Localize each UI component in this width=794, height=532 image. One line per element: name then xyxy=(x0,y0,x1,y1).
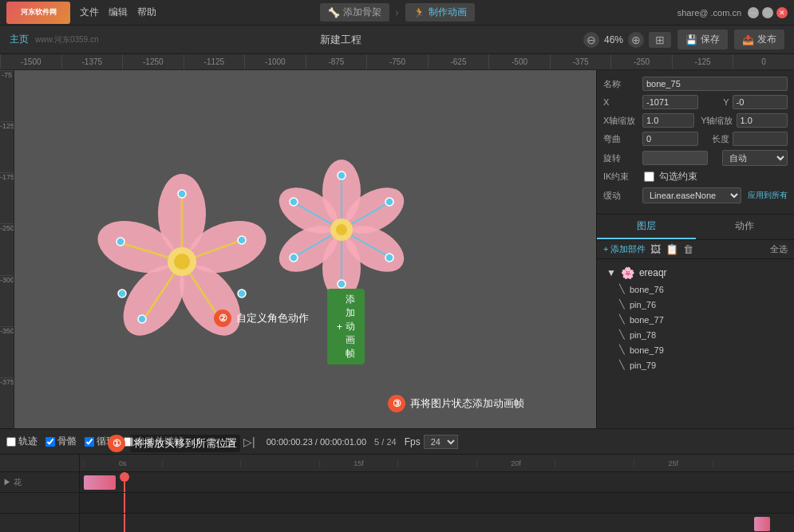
annotation-2: ② 自定义角色动作 xyxy=(214,309,309,327)
ease-row: 缓动 Linear.easeNone 应用到所有 xyxy=(603,187,788,203)
ruler-tick: -1250 xyxy=(122,54,184,70)
bone-checkbox: 骨骼 xyxy=(45,435,77,448)
canvas-area[interactable]: ② 自定义角色动作 + 添加动画帧 ③ 再将图片状态添加动画帧 xyxy=(14,70,596,428)
bend-row: 弯曲 长度 xyxy=(603,132,788,146)
bone-check-input[interactable] xyxy=(45,437,55,447)
name-input[interactable] xyxy=(642,77,788,91)
tl-mark-0s: 0s xyxy=(83,459,162,467)
layer-item-pin76[interactable]: ╲ pin_76 xyxy=(603,297,788,312)
track-check-input[interactable] xyxy=(6,437,16,447)
length-input[interactable] xyxy=(733,132,788,146)
layer-item-bone77[interactable]: ╲ bone_77 xyxy=(603,312,788,327)
y-input[interactable] xyxy=(733,95,788,109)
tl-mark xyxy=(713,459,792,467)
save-btn[interactable]: 💾 保存 xyxy=(677,30,728,49)
total-timecode: 00:00:01.00 xyxy=(320,437,366,447)
ease-select[interactable]: Linear.easeNone xyxy=(642,187,741,203)
bone-icon: ╲ xyxy=(619,345,625,355)
item-label: pin_79 xyxy=(630,361,656,370)
add-skeleton-btn[interactable]: 🦴 添加骨架 xyxy=(320,3,389,22)
layer-item-pin78[interactable]: ╲ pin_78 xyxy=(603,327,788,342)
ann2-text: 自定义角色动作 xyxy=(236,311,309,325)
loop-check-input[interactable] xyxy=(85,437,94,447)
layers-img-btn[interactable]: 🖼 xyxy=(650,243,661,255)
name-row: 名称 xyxy=(603,77,788,91)
tl-left-track2 xyxy=(0,493,79,514)
ruler-tick: -500 xyxy=(488,54,550,70)
top-ruler: -1500 -1375 -1250 -1125 -1000 -875 -750 … xyxy=(0,54,794,70)
zoom-out-btn[interactable]: ⊖ xyxy=(583,32,599,48)
playhead-2 xyxy=(124,493,125,513)
home-btn[interactable]: 主页 xyxy=(10,33,29,46)
frame-count: 5 / 24 xyxy=(374,437,397,447)
tl-mark-15f: 15f xyxy=(319,459,398,467)
tl-ruler: 0s 15f 20f 25f xyxy=(80,455,794,472)
playhead[interactable] xyxy=(124,472,125,492)
zoom-value: 46% xyxy=(604,34,623,45)
layers-delete-btn[interactable]: 🗑 xyxy=(683,243,693,255)
annotation-3: ③ 再将图片状态添加动画帧 xyxy=(388,395,524,412)
publish-icon: 📤 xyxy=(742,34,754,45)
tab-animation[interactable]: 动作 xyxy=(696,215,795,239)
timeline-right-panel[interactable]: 0s 15f 20f 25f xyxy=(80,455,794,532)
main-layout: -75 -125 -175 -250 -300 -350 -375 xyxy=(0,70,794,428)
tl-left-header xyxy=(0,455,79,472)
close-btn[interactable]: ✕ xyxy=(776,7,788,18)
layers-copy-btn[interactable]: 📋 xyxy=(666,243,678,255)
publish-btn[interactable]: 📤 发布 xyxy=(734,30,784,49)
fit-btn[interactable]: ⊞ xyxy=(649,32,671,48)
ruler-tick: 0 xyxy=(733,54,794,70)
left-tick: -350 xyxy=(0,326,14,377)
pin-icon: ╲ xyxy=(619,329,625,340)
ruler-tick: -1125 xyxy=(184,54,245,70)
ik-checkbox[interactable] xyxy=(644,171,654,182)
ann3-text: 再将图片状态添加动画帧 xyxy=(410,396,524,411)
layer-item-bone79[interactable]: ╲ bone_79 xyxy=(603,342,788,357)
bone-label: 骨骼 xyxy=(57,435,77,448)
right-tabs: 图层 动作 xyxy=(597,215,794,240)
select-all-btn[interactable]: 全选 xyxy=(770,243,788,255)
layer-item-pin79[interactable]: ╲ pin_79 xyxy=(603,357,788,372)
annotation-1: ① 将播放头移到所需位置 xyxy=(108,435,240,452)
keyframe-area: + 添加动画帧 ③ 再将图片状态添加动画帧 xyxy=(388,395,524,412)
xy-row: X Y xyxy=(603,95,788,109)
menu-edit[interactable]: 编辑 xyxy=(109,6,128,19)
layer-tree: ▼ 🌸 ereaqr ╲ bone_76 ╲ pin_76 ╲ bone_77 xyxy=(597,259,794,428)
svg-point-35 xyxy=(385,254,393,262)
properties-panel: 名称 X Y X轴缩放 Y轴缩放 弯曲 长度 xyxy=(597,70,794,215)
tl-mark xyxy=(240,459,319,467)
next-frame-btn[interactable]: ▷| xyxy=(243,435,255,448)
fps-select[interactable]: 24 30 xyxy=(424,435,458,449)
menu-help[interactable]: 帮助 xyxy=(137,6,156,19)
layer-group-header[interactable]: ▼ 🌸 ereaqr xyxy=(603,264,788,282)
apply-all-btn[interactable]: 应用到所有 xyxy=(748,190,788,201)
xscale-input[interactable] xyxy=(642,113,694,128)
layer-item-bone76[interactable]: ╲ bone_76 xyxy=(603,282,788,297)
maximize-btn[interactable]: □ xyxy=(762,7,773,18)
add-component-btn[interactable]: + 添加部件 xyxy=(603,243,646,255)
x-input[interactable] xyxy=(642,95,698,109)
tl-mark xyxy=(555,459,634,467)
flower-small xyxy=(270,150,413,294)
ik-label: IK约束 xyxy=(603,171,639,183)
minimize-btn[interactable]: ─ xyxy=(748,7,759,18)
auto-select[interactable]: 自动 xyxy=(722,150,788,166)
svg-point-13 xyxy=(238,236,246,244)
yscale-input[interactable] xyxy=(737,113,788,128)
zoom-in-btn[interactable]: ⊕ xyxy=(628,32,644,48)
svg-point-15 xyxy=(138,315,146,323)
rotate-input[interactable] xyxy=(642,151,708,165)
left-tick: -75 xyxy=(0,70,14,121)
collapse-icon: ▼ xyxy=(606,267,616,278)
ruler-tick: -1375 xyxy=(61,54,123,70)
left-tick: -300 xyxy=(0,275,14,326)
tl-mark xyxy=(397,459,476,467)
make-animation-btn[interactable]: 🏃 制作动画 xyxy=(405,3,475,22)
svg-point-38 xyxy=(290,198,298,206)
bend-input[interactable] xyxy=(642,132,698,146)
menu-file[interactable]: 文件 xyxy=(80,6,99,19)
tl-left-track1: ▶ 花 xyxy=(0,472,79,493)
add-keyframe-btn[interactable]: + 添加动画帧 xyxy=(327,289,365,365)
app-logo: 河东软件网 xyxy=(6,2,70,24)
tab-layers[interactable]: 图层 xyxy=(597,215,696,239)
